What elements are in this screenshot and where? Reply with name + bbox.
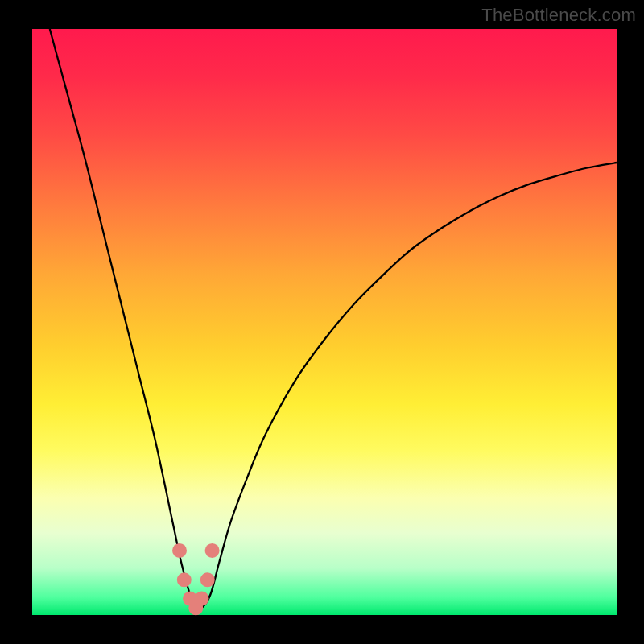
bottleneck-curve [32,29,617,615]
trough-marker [200,572,215,587]
chart-frame: TheBottleneck.com [0,0,644,644]
plot-area [32,29,617,615]
trough-markers [172,543,220,615]
trough-marker [195,592,209,606]
trough-marker [205,543,220,558]
trough-marker [172,543,187,558]
watermark-text: TheBottleneck.com [481,5,636,26]
curve-path [50,29,617,609]
trough-marker [177,572,192,587]
